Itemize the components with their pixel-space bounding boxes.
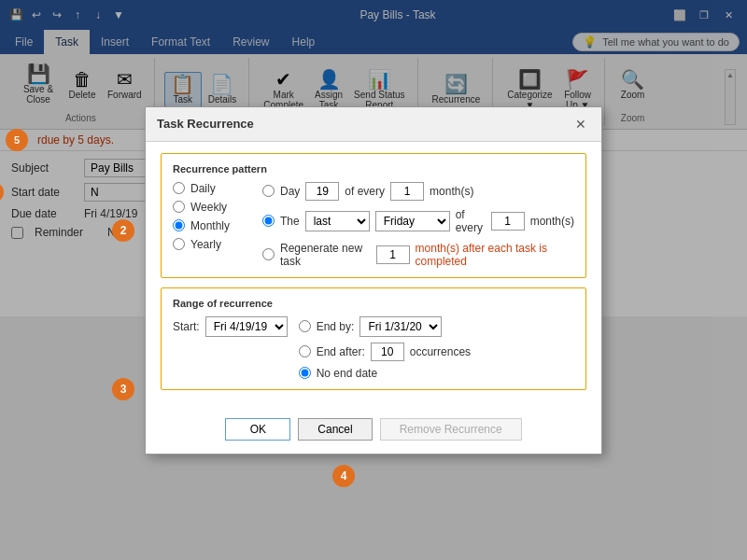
of-every-text-2: of every: [456, 208, 486, 234]
daily-label[interactable]: Daily: [190, 182, 216, 195]
end-after-input[interactable]: [371, 343, 404, 361]
callout-4-modal: 4: [332, 465, 355, 487]
daily-radio[interactable]: [173, 182, 185, 194]
recurrence-pattern-label: Recurrence pattern: [173, 163, 574, 175]
range-of-recurrence-section: Range of recurrence Start: Fri 4/19/19 E…: [161, 287, 586, 390]
remove-recurrence-button[interactable]: Remove Recurrence: [380, 418, 522, 441]
ok-button[interactable]: OK: [225, 418, 290, 441]
yearly-radio-row: Yearly: [173, 238, 247, 251]
recurrence-pattern-section: Recurrence pattern Daily Weekly: [161, 153, 586, 278]
modal-overlay: 2 3 4 Task Recurrence ✕ Recurrence patte…: [0, 0, 747, 560]
range-layout: Start: Fri 4/19/19 End by: Fri 1/31/20: [173, 316, 574, 380]
range-start: Start: Fri 4/19/19: [173, 316, 288, 337]
start-date-select[interactable]: Fri 4/19/19: [205, 316, 288, 337]
end-by-label[interactable]: End by:: [317, 320, 355, 333]
start-label: Start:: [173, 320, 200, 333]
occurrences-text: occurrences: [410, 345, 471, 358]
the-day-select[interactable]: Sunday Monday Tuesday Wednesday Thursday…: [375, 211, 450, 231]
callout-5: 5: [6, 129, 28, 151]
range-section-label: Range of recurrence: [173, 298, 574, 309]
the-option-label[interactable]: The: [280, 215, 300, 228]
regenerate-row: Regenerate new task month(s) after each …: [262, 242, 574, 268]
no-end-date-row: No end date: [299, 367, 574, 380]
yearly-label[interactable]: Yearly: [190, 238, 221, 251]
modal-close-button[interactable]: ✕: [571, 115, 590, 133]
pattern-right: Day of every month(s) The first: [262, 182, 574, 268]
the-option-radio[interactable]: [262, 215, 275, 227]
daily-radio-row: Daily: [173, 182, 247, 195]
the-position-select[interactable]: first second third fourth last: [305, 211, 370, 231]
weekly-radio[interactable]: [173, 201, 185, 213]
month-s-text-2: month(s): [530, 215, 574, 228]
modal-buttons: OK Cancel Remove Recurrence: [146, 411, 601, 454]
pattern-layout: Daily Weekly Monthly Yearly: [173, 182, 574, 268]
callout-3-modal: 3: [112, 378, 134, 400]
range-end-options: End by: Fri 1/31/20 End after: occurrenc…: [299, 316, 574, 380]
regenerate-text: month(s) after each task is completed: [416, 242, 574, 268]
task-recurrence-modal: 2 3 4 Task Recurrence ✕ Recurrence patte…: [145, 106, 602, 455]
pattern-left: Daily Weekly Monthly Yearly: [173, 182, 247, 268]
the-day-row: The first second third fourth last Sunda…: [262, 208, 574, 234]
no-end-date-label[interactable]: No end date: [317, 367, 377, 380]
cancel-button[interactable]: Cancel: [298, 418, 372, 441]
monthly-label[interactable]: Monthly: [190, 219, 230, 232]
day-option-radio[interactable]: [262, 185, 275, 197]
regenerate-input[interactable]: [376, 245, 410, 264]
yearly-radio[interactable]: [173, 238, 185, 250]
day-number-input[interactable]: [305, 182, 339, 201]
modal-body: Recurrence pattern Daily Weekly: [146, 142, 601, 411]
month-s-text-1: month(s): [430, 185, 473, 198]
no-end-date-radio[interactable]: [299, 367, 311, 379]
regenerate-radio[interactable]: [262, 248, 275, 260]
weekly-radio-row: Weekly: [173, 201, 247, 214]
modal-titlebar: Task Recurrence ✕: [146, 107, 601, 142]
modal-title: Task Recurrence: [157, 117, 254, 131]
day-option-label[interactable]: Day: [280, 185, 300, 198]
day-of-month-row: Day of every month(s): [262, 182, 574, 201]
month-number-input-1[interactable]: [390, 182, 424, 201]
end-after-radio[interactable]: [299, 345, 311, 357]
of-every-text-1: of every: [345, 185, 385, 198]
monthly-radio[interactable]: [173, 219, 185, 231]
end-after-row: End after: occurrences: [299, 343, 574, 361]
regenerate-label[interactable]: Regenerate new task: [280, 242, 371, 268]
weekly-label[interactable]: Weekly: [190, 201, 227, 214]
end-by-date-select[interactable]: Fri 1/31/20: [359, 316, 442, 337]
end-by-row: End by: Fri 1/31/20: [299, 316, 574, 337]
end-after-label[interactable]: End after:: [317, 345, 365, 358]
callout-2-modal: 2: [112, 219, 134, 242]
monthly-radio-row: Monthly: [173, 219, 247, 232]
end-by-radio[interactable]: [299, 320, 311, 332]
month-number-input-2[interactable]: [491, 212, 525, 231]
